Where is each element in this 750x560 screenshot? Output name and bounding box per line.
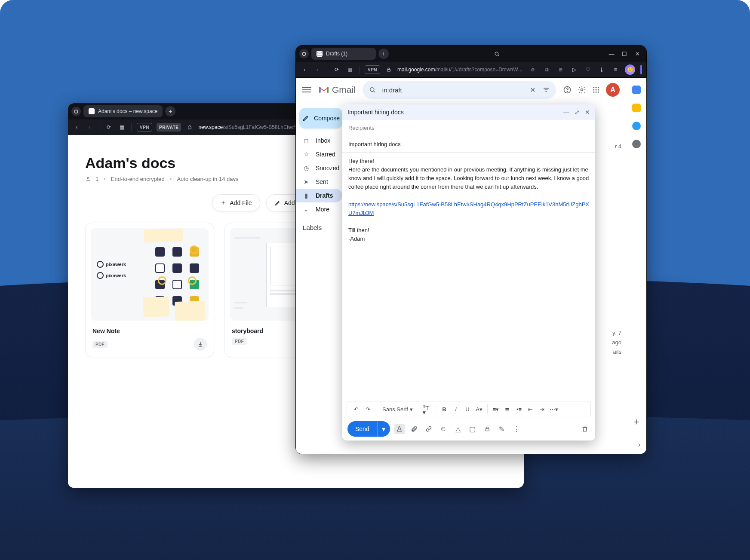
confidential-button[interactable] xyxy=(482,424,492,434)
compose-expand-icon[interactable]: ⤢ xyxy=(575,109,580,116)
help-icon[interactable] xyxy=(563,86,572,94)
sidebar-item-sent[interactable]: ➤Sent xyxy=(296,175,342,189)
contacts-icon[interactable] xyxy=(632,140,641,148)
apps-icon[interactable]: ▦ xyxy=(117,123,126,132)
numlist-button[interactable]: ≣ xyxy=(503,404,512,414)
insert-link-button[interactable] xyxy=(424,424,434,434)
send-icon: ➤ xyxy=(303,178,310,185)
vpn-badge[interactable]: VPN xyxy=(137,123,152,132)
calendar-icon[interactable] xyxy=(632,86,641,94)
undo-button[interactable]: ↶ xyxy=(351,404,361,414)
addons-button[interactable]: ＋ xyxy=(632,415,641,428)
compose-body[interactable]: Hey there! Here are the documents you me… xyxy=(342,153,595,401)
encrypted-label: End-to-end encrypted xyxy=(111,176,165,182)
add-file-button[interactable]: ＋ Add File xyxy=(212,194,260,211)
url-field[interactable]: mail.google.com/mail/u/1/#drafts?compose… xyxy=(397,67,524,73)
fontsize-button[interactable]: т┬ ▾ xyxy=(423,404,432,414)
forward-button[interactable]: › xyxy=(85,123,94,132)
sidebar-item-snoozed[interactable]: ◷Snoozed xyxy=(296,161,342,175)
sidebar-item-drafts[interactable]: ▮Drafts xyxy=(296,189,342,202)
recipients-field[interactable]: Recipients xyxy=(342,120,595,136)
reload-button[interactable]: ⟳ xyxy=(105,123,113,132)
new-tab-button[interactable]: + xyxy=(165,106,175,116)
sidebar-handle[interactable] xyxy=(640,65,642,74)
signature-button[interactable]: ✎ xyxy=(497,424,507,434)
apps-grid-icon[interactable] xyxy=(592,86,600,94)
new-tab-button[interactable]: + xyxy=(378,49,389,59)
sidebar-item-starred[interactable]: ☆Starred xyxy=(296,147,342,161)
indent-button[interactable]: ⇥ xyxy=(538,404,547,414)
menu-icon[interactable]: ≡ xyxy=(611,65,620,74)
textcolor-button[interactable]: A▾ xyxy=(474,404,484,414)
profile-avatar[interactable]: 🙂 xyxy=(625,64,635,75)
reload-button[interactable]: ⟳ xyxy=(332,65,341,74)
lock-icon[interactable] xyxy=(384,65,393,74)
search-clear-icon[interactable]: ✕ xyxy=(530,86,535,94)
attach-button[interactable] xyxy=(409,424,419,434)
tabstrip-search-icon[interactable] xyxy=(493,49,501,58)
search-options-icon[interactable] xyxy=(542,86,550,94)
svg-point-3 xyxy=(495,52,498,55)
search-input[interactable] xyxy=(381,86,525,94)
italic-button[interactable]: I xyxy=(451,404,461,414)
keep-icon[interactable] xyxy=(632,104,641,112)
compose-header[interactable]: Important hiring docs — ⤢ ✕ xyxy=(342,104,595,120)
vpn-badge[interactable]: VPN xyxy=(365,65,380,74)
gmail-favicon-icon xyxy=(317,51,323,57)
close-button[interactable]: ✕ xyxy=(634,51,640,57)
send-options-button[interactable]: ▾ xyxy=(377,421,390,437)
discard-button[interactable] xyxy=(580,424,590,434)
image-button[interactable]: ▢ xyxy=(467,424,478,434)
maximize-button[interactable]: ☐ xyxy=(621,51,627,57)
minimize-button[interactable]: — xyxy=(609,51,615,57)
camera-icon[interactable]: ⎚ xyxy=(556,65,565,74)
favicon-icon: ◌ xyxy=(89,108,95,114)
subject-field[interactable]: Important hiring docs xyxy=(342,136,595,153)
heart-icon[interactable]: ♡ xyxy=(584,65,592,74)
bold-button[interactable]: B xyxy=(440,404,449,414)
browser-tab[interactable]: ◌ Adam's docs – new.space xyxy=(83,105,163,117)
popup-icon[interactable]: ⧉ xyxy=(542,65,551,74)
svg-rect-4 xyxy=(387,70,390,72)
emoji-button[interactable]: ☺ xyxy=(438,424,449,434)
font-selector[interactable]: Sans Serif ▾ xyxy=(380,406,415,413)
compose-button[interactable]: Compose xyxy=(299,108,342,129)
redo-button[interactable]: ↷ xyxy=(363,404,372,414)
gmail-search[interactable]: ✕ xyxy=(363,81,556,99)
gmail-brand-text: Gmail xyxy=(332,85,356,95)
recipients-placeholder: Recipients xyxy=(348,125,375,131)
more-options-button[interactable]: ⋮ xyxy=(511,424,522,434)
forward-button[interactable]: › xyxy=(313,65,322,74)
browser-tab[interactable]: Drafts (1) xyxy=(311,48,376,60)
align-button[interactable]: ≡▾ xyxy=(491,404,501,414)
file-card[interactable]: pixawerk pixawerk New Note xyxy=(85,223,214,357)
underline-button[interactable]: U xyxy=(463,404,472,414)
tasks-icon[interactable] xyxy=(632,122,641,130)
sidebar-item-inbox[interactable]: ◻Inbox xyxy=(296,134,342,147)
back-button[interactable]: ‹ xyxy=(72,123,81,132)
hamburger-button[interactable] xyxy=(302,85,311,95)
account-avatar[interactable]: A xyxy=(606,83,620,97)
back-button[interactable]: ‹ xyxy=(300,65,309,74)
drive-button[interactable]: △ xyxy=(453,424,463,434)
compose-close-icon[interactable]: ✕ xyxy=(585,109,590,116)
formatting-toggle-button[interactable]: A xyxy=(394,424,405,434)
svg-point-12 xyxy=(593,89,594,91)
outdent-button[interactable]: ⇤ xyxy=(526,404,535,414)
compose-minimize-icon[interactable]: — xyxy=(563,109,569,116)
svg-point-8 xyxy=(581,89,583,91)
body-link[interactable]: https://new.space/s/Su5sgL1FafGw5-B58LhE… xyxy=(348,201,589,216)
sidebar-item-more[interactable]: ⌄More xyxy=(296,202,342,216)
smiley-icon[interactable]: ☺ xyxy=(529,65,537,74)
more-format-button[interactable]: ⋯▾ xyxy=(549,404,559,414)
bulletlist-button[interactable]: •≡ xyxy=(514,404,524,414)
collapse-panel-button[interactable]: › xyxy=(638,441,640,449)
send-button[interactable]: Send ▾ xyxy=(347,421,390,437)
apps-icon[interactable]: ▦ xyxy=(345,65,354,74)
settings-icon[interactable] xyxy=(578,86,586,94)
download-icon[interactable]: ⭳ xyxy=(597,65,606,74)
chevron-down-icon: ⌄ xyxy=(303,206,310,213)
download-button[interactable] xyxy=(194,338,207,351)
play-icon[interactable]: ▷ xyxy=(570,65,578,74)
lock-icon[interactable] xyxy=(185,123,194,132)
